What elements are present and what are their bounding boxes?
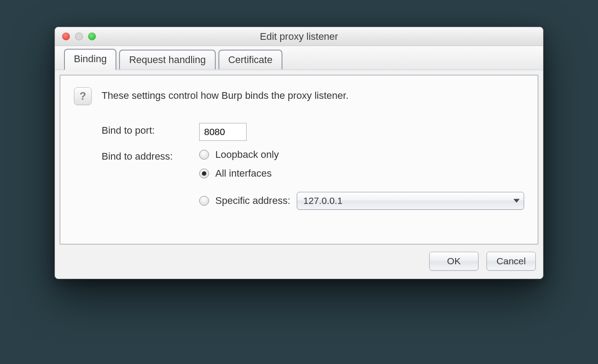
radio-specific-address-label: Specific address: bbox=[215, 195, 290, 207]
tab-strip: Binding Request handling Certificate bbox=[55, 46, 543, 70]
option-all-interfaces[interactable]: All interfaces bbox=[199, 168, 524, 179]
address-label: Bind to address: bbox=[102, 149, 191, 162]
radio-specific-address[interactable] bbox=[199, 196, 209, 206]
radio-loopback[interactable] bbox=[199, 150, 209, 160]
zoom-icon[interactable] bbox=[88, 33, 96, 40]
cancel-button[interactable]: Cancel bbox=[487, 252, 536, 271]
option-loopback[interactable]: Loopback only bbox=[199, 149, 524, 161]
minimize-icon[interactable] bbox=[75, 33, 83, 40]
window-title: Edit proxy listener bbox=[55, 31, 543, 42]
window-controls bbox=[62, 33, 96, 40]
help-icon: ? bbox=[80, 90, 86, 102]
specific-address-value: 127.0.0.1 bbox=[303, 195, 343, 206]
help-button[interactable]: ? bbox=[74, 87, 92, 105]
radio-all-interfaces-label: All interfaces bbox=[215, 168, 272, 179]
button-bar: OK Cancel bbox=[55, 249, 543, 279]
intro-text: These settings control how Burp binds th… bbox=[102, 87, 349, 102]
tab-panel-binding: ? These settings control how Burp binds … bbox=[60, 75, 538, 245]
radio-loopback-label: Loopback only bbox=[215, 149, 279, 161]
specific-address-combobox[interactable]: 127.0.0.1 bbox=[297, 192, 524, 210]
address-options: Loopback only All interfaces Specific ad… bbox=[199, 149, 524, 210]
tab-certificate[interactable]: Certificate bbox=[218, 50, 282, 70]
tab-request-handling[interactable]: Request handling bbox=[119, 50, 215, 70]
option-specific-address[interactable]: Specific address: 127.0.0.1 bbox=[199, 192, 524, 210]
titlebar: Edit proxy listener bbox=[55, 27, 543, 46]
tab-binding[interactable]: Binding bbox=[64, 49, 116, 70]
close-icon[interactable] bbox=[62, 33, 70, 40]
ok-button[interactable]: OK bbox=[429, 252, 478, 271]
port-label: Bind to port: bbox=[102, 123, 191, 136]
chevron-down-icon bbox=[513, 197, 520, 204]
radio-all-interfaces[interactable] bbox=[199, 169, 209, 178]
dialog-window: Edit proxy listener Binding Request hand… bbox=[55, 27, 543, 279]
port-input[interactable] bbox=[199, 123, 247, 141]
